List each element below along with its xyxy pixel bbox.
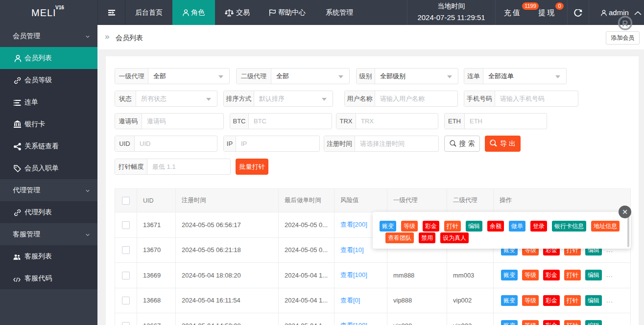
svg-text:R: R [622,19,628,28]
